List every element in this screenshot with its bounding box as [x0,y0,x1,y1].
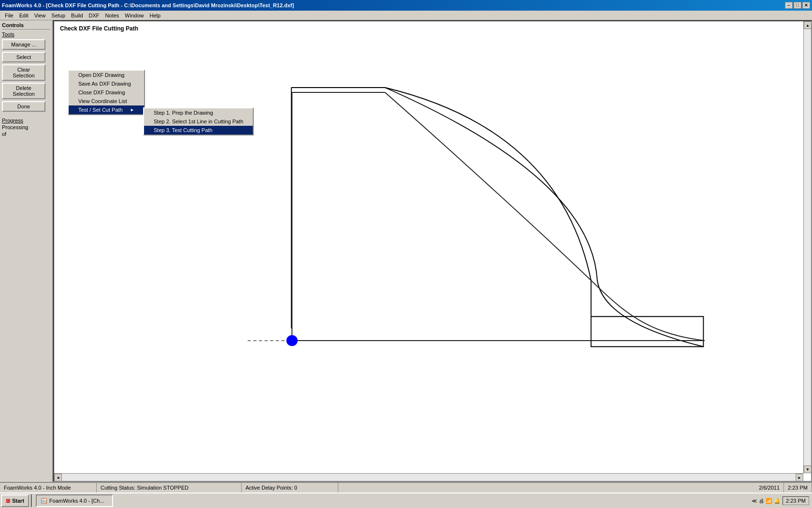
submenu-arrow-icon: ► [130,107,134,112]
scroll-track-horizontal[interactable] [62,474,796,481]
menu-help[interactable]: Help [146,12,163,19]
progress-section: Progress Processing of [2,118,50,138]
canvas-area: Check DXF File Cutting Path [53,20,812,482]
submenu-step1[interactable]: Step 1. Prep the Drawing [144,108,253,117]
status-mode: FoamWorks 4.0 - Inch Mode [0,483,97,493]
of-text: of [2,131,50,137]
menu-view-coordinate-list[interactable]: View Coordinate List [69,97,144,105]
tools-label[interactable]: Tools [2,31,50,37]
test-set-cut-path-submenu: Step 1. Prep the Drawing Step 2. Select … [143,107,254,135]
taskbar-icons: ≪ 🖨 📶 🔔 [752,498,781,504]
menu-build[interactable]: Build [68,12,86,19]
menu-setup[interactable]: Setup [48,12,68,19]
delete-selection-button[interactable]: Delete Selection [2,83,45,99]
done-button[interactable]: Done [2,101,45,112]
start-point-dot [287,335,298,346]
taskbar-clock: 2:23 PM [783,496,809,505]
controls-panel: Controls Tools Manage ... Select Clear S… [0,20,53,482]
manage-button[interactable]: Manage ... [2,39,45,50]
menu-close-dxf[interactable]: Close DXF Drawing [69,88,144,97]
scroll-right-button[interactable]: ► [796,474,803,481]
app-title: FoamWorks 4.0 - [Check DXF File Cutting … [2,2,294,8]
title-bar-buttons: − □ ✕ [785,2,810,9]
status-delay-points: Active Delay Points: 0 [242,483,338,493]
status-cutting: Cutting Status: Simulation STOPPED [97,483,242,493]
status-date: 2/6/2011 [755,483,784,493]
taskbar-right: ≪ 🖨 📶 🔔 2:23 PM [752,496,811,505]
menu-window[interactable]: Window [122,12,146,19]
app-minimize-button[interactable]: − [785,2,793,9]
scroll-up-button[interactable]: ▲ [804,21,812,29]
dxf-canvas [54,21,803,473]
menu-file[interactable]: File [2,12,16,19]
dxf-shape [247,92,705,341]
main-layout: Controls Tools Manage ... Select Clear S… [0,20,812,482]
submenu-step3[interactable]: Step 3. Test Cutting Path [144,126,253,134]
menu-test-set-cut-path[interactable]: Test / Set Cut Path ► [69,105,144,114]
taskbar: ⊞ Start 🪟 FoamWorks 4.0 - [Ch... ≪ 🖨 📶 🔔… [0,493,812,508]
scroll-left-button[interactable]: ◄ [54,474,62,481]
status-bar: FoamWorks 4.0 - Inch Mode Cutting Status… [0,482,812,493]
app-close-button[interactable]: ✕ [802,2,810,9]
windows-logo-icon: ⊞ [6,498,10,504]
submenu-step2[interactable]: Step 2. Select 1st Line in Cutting Path [144,117,253,126]
menu-edit[interactable]: Edit [16,12,31,19]
title-bar: FoamWorks 4.0 - [Check DXF File Cutting … [0,0,812,11]
manage-dropdown-menu: Open DXF Drawing Save As DXF Drawing Clo… [68,70,145,115]
menu-save-as-dxf[interactable]: Save As DXF Drawing [69,79,144,88]
menu-view[interactable]: View [31,12,49,19]
menu-notes[interactable]: Notes [102,12,122,19]
taskbar-foamworks-button[interactable]: 🪟 FoamWorks 4.0 - [Ch... [36,494,113,507]
select-button[interactable]: Select [2,52,45,62]
controls-title: Controls [2,22,50,30]
clear-selection-button[interactable]: Clear Selection [2,64,45,81]
menu-dxf[interactable]: DXF [86,12,102,19]
horizontal-scrollbar[interactable]: ◄ ► [54,473,803,481]
start-button[interactable]: ⊞ Start [1,494,29,507]
status-time: 2:23 PM [784,483,812,493]
processing-text: Processing [2,124,50,130]
foamworks-icon: 🪟 [41,498,47,504]
vertical-scrollbar[interactable]: ▲ ▼ [803,21,811,473]
scroll-down-button[interactable]: ▼ [804,465,812,473]
menu-bar: File Edit View Setup Build DXF Notes Win… [0,11,812,20]
progress-label: Progress [2,118,50,123]
scroll-track-vertical[interactable] [804,29,811,465]
app-maximize-button[interactable]: □ [794,2,801,9]
menu-open-dxf[interactable]: Open DXF Drawing [69,71,144,79]
